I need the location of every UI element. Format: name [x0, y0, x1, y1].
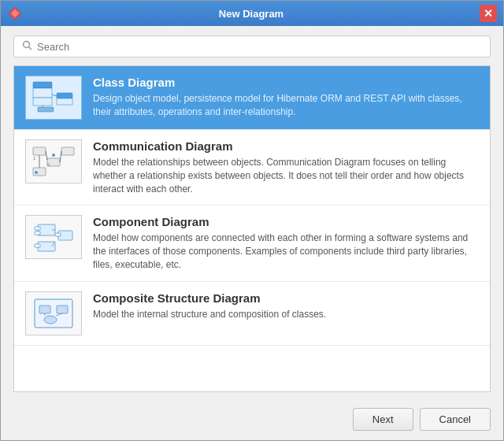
svg-rect-29	[55, 233, 61, 236]
dialog-footer: Next Cancel	[1, 402, 503, 440]
diagram-list-scroll[interactable]: Class Diagram Design object model, persi…	[14, 66, 490, 391]
svg-rect-25	[35, 232, 40, 235]
svg-rect-15	[61, 147, 74, 155]
svg-rect-6	[33, 98, 52, 106]
svg-rect-5	[33, 88, 52, 98]
diagram-thumbnail	[25, 215, 82, 259]
diagram-description: Model how components are connected with …	[93, 232, 479, 271]
svg-point-35	[44, 316, 57, 324]
diagram-info: Communication Diagram Model the relation…	[93, 139, 479, 195]
list-item[interactable]: 1: 2: Communication Diagram Model the re…	[14, 130, 490, 206]
diagram-name: Component Diagram	[93, 215, 479, 228]
diagram-description: Design object model, persistence model f…	[93, 92, 479, 119]
svg-rect-24	[35, 227, 40, 230]
diagram-info: Component Diagram Model how components a…	[93, 215, 479, 271]
diagram-description: Model the internal structure and composi…	[93, 308, 479, 321]
diagram-list-container: Class Diagram Design object model, persi…	[13, 65, 491, 392]
svg-rect-8	[57, 98, 72, 105]
next-button[interactable]: Next	[353, 408, 413, 431]
svg-line-3	[29, 47, 32, 50]
svg-line-16	[46, 151, 47, 160]
list-item[interactable]: Component Diagram Model how components a…	[14, 206, 490, 281]
search-icon	[22, 40, 32, 53]
svg-rect-12	[33, 147, 46, 155]
svg-rect-27	[35, 244, 40, 247]
window-title: New Diagram	[23, 8, 480, 20]
svg-rect-33	[39, 306, 50, 313]
svg-point-2	[24, 42, 30, 48]
svg-text:1:: 1:	[33, 156, 36, 161]
diagram-thumbnail	[25, 291, 82, 335]
diagram-name: Communication Diagram	[93, 139, 479, 153]
diagram-thumbnail: 1: 2:	[25, 139, 82, 183]
svg-rect-10	[38, 107, 54, 112]
svg-rect-34	[57, 306, 68, 313]
diagram-info: Composite Structure Diagram Model the in…	[93, 291, 479, 321]
svg-rect-4	[33, 82, 52, 88]
svg-point-20	[52, 154, 55, 157]
diagram-thumbnail	[25, 76, 82, 120]
cancel-button[interactable]: Cancel	[420, 408, 491, 431]
search-bar	[13, 35, 491, 57]
diagram-name: Class Diagram	[93, 76, 479, 89]
list-item[interactable]: Class Diagram Design object model, persi…	[14, 66, 490, 130]
search-input[interactable]	[37, 41, 482, 53]
diagram-description: Model the relationships between objects.…	[93, 156, 479, 195]
svg-text:2:: 2:	[47, 162, 50, 167]
diagram-info: Class Diagram Design object model, persi…	[93, 76, 479, 119]
svg-rect-7	[57, 93, 72, 98]
dialog-content: Class Diagram Design object model, persi…	[1, 26, 503, 402]
list-item[interactable]: Composite Structure Diagram Model the in…	[14, 282, 490, 346]
new-diagram-window: New Diagram ✕	[0, 0, 504, 441]
titlebar: New Diagram ✕	[1, 1, 503, 26]
app-icon	[7, 6, 23, 21]
close-button[interactable]: ✕	[480, 5, 497, 22]
svg-point-19	[35, 171, 38, 174]
svg-line-9	[52, 94, 57, 96]
svg-line-18	[60, 151, 61, 162]
diagram-name: Composite Structure Diagram	[93, 291, 479, 305]
